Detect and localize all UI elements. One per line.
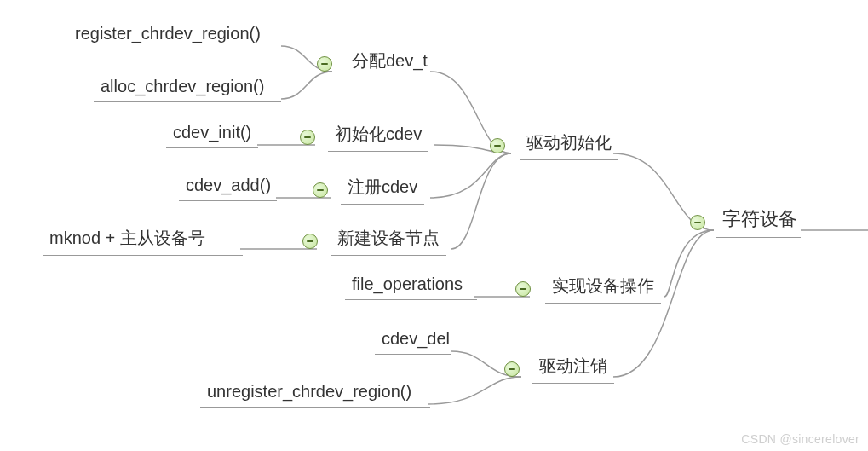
- root-node[interactable]: 字符设备: [716, 203, 801, 238]
- driver-init-label: 驱动初始化: [526, 133, 612, 152]
- leaf-cdev-init[interactable]: cdev_init(): [166, 119, 258, 148]
- reg-cdev-label: 注册cdev: [348, 177, 417, 196]
- root-label: 字符设备: [722, 208, 797, 229]
- collapse-icon[interactable]: [490, 138, 505, 153]
- leaf-mknod[interactable]: mknod + 主从设备号: [43, 223, 243, 256]
- collapse-icon[interactable]: [313, 182, 328, 198]
- collapse-icon[interactable]: [504, 361, 520, 377]
- leaf-cdev-add[interactable]: cdev_add(): [179, 172, 277, 201]
- watermark-text: CSDN @sincerelover: [741, 432, 859, 446]
- collapse-icon[interactable]: [300, 130, 315, 145]
- dev-ops-label: 实现设备操作: [552, 276, 654, 295]
- collapse-icon[interactable]: [690, 215, 705, 230]
- node-dev-ops[interactable]: 实现设备操作: [545, 271, 661, 304]
- node-reg-cdev[interactable]: 注册cdev: [341, 172, 424, 205]
- init-cdev-label: 初始化cdev: [335, 124, 422, 143]
- register-chrdev-label: register_chrdev_region(): [75, 24, 261, 43]
- driver-exit-label: 驱动注销: [539, 356, 607, 375]
- leaf-register-chrdev[interactable]: register_chrdev_region(): [68, 20, 281, 49]
- leaf-unregister-chrdev[interactable]: unregister_chrdev_region(): [200, 379, 430, 408]
- leaf-file-operations[interactable]: file_operations: [345, 271, 477, 300]
- cdev-add-label: cdev_add(): [186, 176, 271, 194]
- unregister-chrdev-label: unregister_chrdev_region(): [207, 382, 411, 401]
- collapse-icon[interactable]: [317, 56, 332, 72]
- node-driver-init[interactable]: 驱动初始化: [520, 128, 618, 160]
- leaf-cdev-del[interactable]: cdev_del: [375, 326, 451, 355]
- leaf-alloc-chrdev[interactable]: alloc_chrdev_region(): [94, 73, 281, 102]
- mknod-label: 新建设备节点: [337, 228, 440, 247]
- node-driver-exit[interactable]: 驱动注销: [532, 351, 614, 384]
- cdev-del-label: cdev_del: [382, 329, 450, 348]
- cdev-init-label: cdev_init(): [173, 123, 251, 142]
- file-operations-label: file_operations: [352, 275, 463, 293]
- collapse-icon[interactable]: [302, 234, 318, 249]
- alloc-devt-label: 分配dev_t: [352, 51, 428, 70]
- node-alloc-devt[interactable]: 分配dev_t: [345, 46, 434, 78]
- mknod-leaf-label: mknod + 主从设备号: [49, 228, 205, 247]
- node-mknod[interactable]: 新建设备节点: [331, 223, 446, 256]
- alloc-chrdev-label: alloc_chrdev_region(): [101, 77, 264, 95]
- node-init-cdev[interactable]: 初始化cdev: [328, 119, 428, 152]
- collapse-icon[interactable]: [515, 281, 531, 297]
